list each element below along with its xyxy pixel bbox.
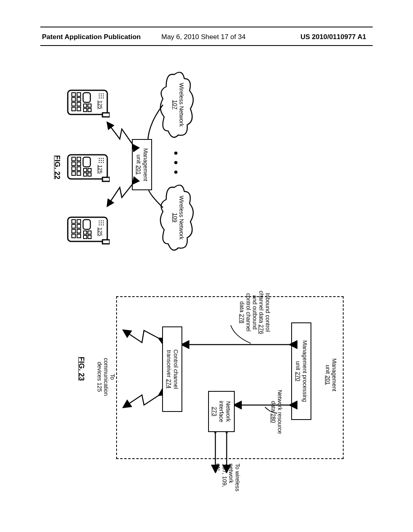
phone-2-label: 125 xyxy=(97,153,103,185)
svg-rect-23 xyxy=(72,107,75,111)
svg-rect-61 xyxy=(88,235,91,239)
svg-rect-67 xyxy=(77,234,81,238)
svg-rect-46 xyxy=(72,167,75,170)
svg-rect-68 xyxy=(72,220,75,223)
fig22-caption: FIG. 22 xyxy=(53,155,61,179)
svg-rect-19 xyxy=(77,107,81,111)
svg-rect-49 xyxy=(102,240,110,244)
svg-rect-66 xyxy=(77,229,81,233)
svg-rect-16 xyxy=(77,93,81,96)
inbound-outbound-annot: Inbound control channel data 276 and out… xyxy=(239,286,271,339)
svg-rect-47 xyxy=(72,172,75,175)
header-rule-bottom xyxy=(40,45,373,46)
header-rule-top xyxy=(40,27,373,27)
svg-rect-60 xyxy=(88,231,91,234)
control-channel-transceiver-box: Control channel transceiver 274 xyxy=(162,326,182,412)
svg-rect-64 xyxy=(77,220,81,223)
date-sheet: May 6, 2010 Sheet 17 of 34 xyxy=(161,33,246,41)
fig23-caption: FIG. 23 xyxy=(77,357,86,381)
svg-rect-37 xyxy=(88,173,91,176)
svg-rect-22 xyxy=(72,102,75,106)
svg-rect-59 xyxy=(83,220,90,229)
pub-label: Patent Application Publication xyxy=(42,33,141,41)
svg-rect-43 xyxy=(77,172,81,175)
svg-rect-11 xyxy=(83,93,90,102)
figure-22: Wireless Network 107 • • • Wireless Netw… xyxy=(57,66,194,292)
svg-rect-21 xyxy=(72,98,75,101)
phone-device-2: 125 xyxy=(65,153,110,185)
svg-rect-15 xyxy=(83,108,87,112)
svg-rect-14 xyxy=(83,104,87,107)
phone-3-label: 125 xyxy=(97,216,103,248)
svg-rect-38 xyxy=(83,168,87,172)
svg-rect-17 xyxy=(77,98,81,101)
svg-rect-42 xyxy=(77,167,81,170)
svg-rect-12 xyxy=(88,104,91,107)
phone-device-3: 125 xyxy=(65,216,110,248)
svg-rect-40 xyxy=(77,157,81,161)
svg-rect-69 xyxy=(72,224,75,228)
to-comm-devices-annot: To communication devices 125 xyxy=(96,347,116,407)
svg-rect-41 xyxy=(77,162,81,166)
phone-1-label: 125 xyxy=(97,89,103,121)
figure-23: Management unit 201 Management processin… xyxy=(65,292,356,502)
svg-rect-62 xyxy=(83,231,87,234)
svg-rect-65 xyxy=(77,224,81,228)
svg-rect-36 xyxy=(88,168,91,172)
svg-rect-13 xyxy=(88,108,91,112)
svg-rect-70 xyxy=(72,229,75,233)
network-interface-box: Network interface 273 xyxy=(208,391,235,432)
svg-rect-1 xyxy=(102,113,110,117)
svg-rect-71 xyxy=(72,234,75,238)
svg-rect-20 xyxy=(72,93,75,96)
svg-rect-25 xyxy=(102,177,110,181)
pub-number: US 2010/0110977 A1 xyxy=(300,33,366,41)
to-wireless-network-annot: To wireless network 107, 109, etc. xyxy=(215,463,241,502)
svg-rect-39 xyxy=(83,173,87,176)
svg-rect-63 xyxy=(83,235,87,239)
svg-rect-18 xyxy=(77,102,81,106)
svg-rect-35 xyxy=(83,157,90,167)
svg-rect-45 xyxy=(72,162,75,166)
network-resource-annot: Network resource data 280 xyxy=(270,382,283,442)
phone-device-1: 125 xyxy=(65,89,110,121)
svg-rect-44 xyxy=(72,157,75,161)
